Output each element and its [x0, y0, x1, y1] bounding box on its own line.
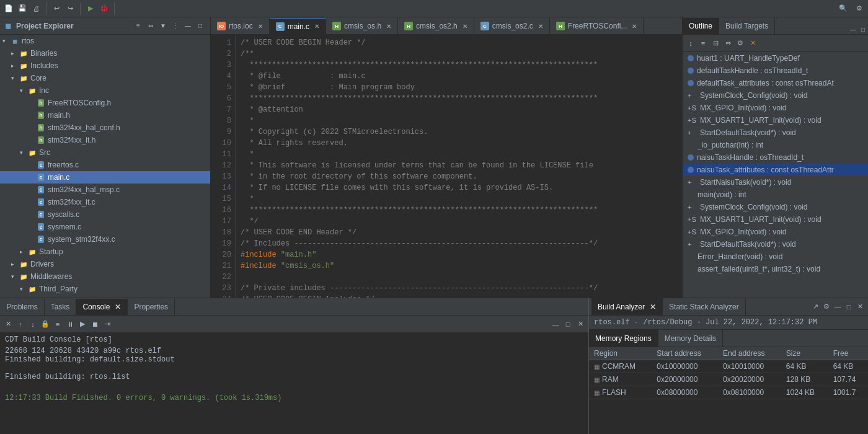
tree-item-stm32f4xx_it-c[interactable]: cstm32f4xx_it.c	[0, 196, 210, 208]
outline-item[interactable]: +SystemClock_Config(void) : void	[683, 89, 868, 102]
tree-item-main-h[interactable]: hmain.h	[0, 109, 210, 122]
outline-item[interactable]: huart1 : UART_HandleTypeDef	[683, 52, 868, 64]
tree-item-stm32f4xx_hal_conf[interactable]: hstm32f4xx_hal_conf.h	[0, 122, 210, 134]
outline-settings-btn[interactable]: ⚙	[735, 38, 746, 49]
console-minimize-btn[interactable]: —	[550, 319, 561, 330]
outline-item[interactable]: +StartDefaultTask(void*) : void	[683, 238, 868, 250]
console-tab-console[interactable]: Console✕	[76, 299, 128, 315]
console-tab-close[interactable]: ✕	[115, 303, 121, 311]
tree-item-freertosconfig[interactable]: hFreeRTOSConfig.h	[0, 97, 210, 109]
maximize-explorer-btn[interactable]: □	[195, 21, 205, 31]
editor-tab-cmsis_os2-c[interactable]: Ccmsis_os2.c✕	[474, 18, 550, 34]
editor-tab-rtos-ioc[interactable]: IOrtos.ioc✕	[211, 18, 270, 34]
outline-item[interactable]: defaultTask_attributes : const osThreadA…	[683, 77, 868, 89]
editor-tab-cmsis_os-h[interactable]: Hcmsis_os.h✕	[326, 18, 398, 34]
console-play-btn[interactable]: ▶	[77, 319, 88, 330]
tree-item-middlewares[interactable]: ▾📁Middlewares	[0, 270, 210, 283]
tree-item-binaries[interactable]: ▸📁Binaries	[0, 47, 210, 60]
tree-item-rtos[interactable]: ▾◼rtos	[0, 35, 210, 47]
tab-build-targets[interactable]: Build Targets	[719, 18, 775, 34]
tree-item-system_stm32f4xx[interactable]: csystem_stm32f4xx.c	[0, 233, 210, 246]
link-with-editor-btn[interactable]: ⇔	[146, 21, 156, 31]
console-down-btn[interactable]: ↓	[27, 319, 38, 330]
tree-item-freertos-c[interactable]: cfreertos.c	[0, 159, 210, 171]
build-settings-btn[interactable]: ⚙	[821, 301, 832, 312]
outline-item[interactable]: defaultTaskHandle : osThreadId_t	[683, 64, 868, 77]
tab-close-main-c[interactable]: ✕	[314, 23, 319, 30]
console-pause-btn[interactable]: ⏸	[64, 319, 76, 330]
tree-item-syscalls[interactable]: csyscalls.c	[0, 208, 210, 221]
outline-item[interactable]: +SMX_USART1_UART_Init(void) : void	[683, 213, 868, 226]
build-tab-static-stack-analyzer[interactable]: Static Stack Analyzer	[663, 298, 746, 315]
print-button[interactable]: 🖨	[30, 2, 42, 15]
editor-tab-freertosconf[interactable]: HFreeRTOSConfi...✕	[550, 18, 644, 34]
tab-outline[interactable]: Outline	[683, 18, 719, 34]
memory-tab-memory-regions[interactable]: Memory Regions	[589, 330, 658, 347]
search-button[interactable]: 🔍	[837, 2, 849, 15]
outline-link-btn[interactable]: ⇔	[722, 38, 733, 49]
outline-item[interactable]: +SystemClock_Config(void) : void	[683, 201, 868, 213]
console-tab-properties[interactable]: Properties	[128, 299, 175, 315]
tree-item-startup[interactable]: ▸📁Startup	[0, 246, 210, 258]
outline-item[interactable]: +SMX_GPIO_Init(void) : void	[683, 226, 868, 238]
outline-filter-btn[interactable]: ≡	[698, 38, 709, 49]
console-tab-tasks[interactable]: Tasks	[45, 299, 77, 315]
outline-minimize-btn[interactable]: —	[848, 24, 858, 34]
build-close-btn[interactable]: ✕	[854, 301, 866, 312]
outline-maximize-btn[interactable]: □	[858, 24, 868, 34]
outline-item[interactable]: naisuTaskHandle : osThreadId_t	[683, 151, 868, 164]
outline-collapse-btn[interactable]: ⊟	[710, 38, 721, 49]
filter-btn[interactable]: ▼	[158, 21, 168, 31]
code-editor[interactable]: 1234567891011121314151617181920212223242…	[211, 35, 682, 298]
build-open-btn[interactable]: ↗	[810, 301, 821, 312]
build-maximize-btn[interactable]: □	[843, 301, 854, 312]
outline-item[interactable]: assert_failed(uint8_t*, uint32_t) : void	[683, 263, 868, 275]
console-clear-btn[interactable]: ✕	[2, 319, 14, 330]
outline-item[interactable]: +StartNaisuTask(void*) : void	[683, 176, 868, 188]
console-maximize-btn[interactable]: □	[562, 319, 574, 330]
editor-tab-main-c[interactable]: Cmain.c✕	[270, 18, 326, 34]
console-lock-btn[interactable]: 🔒	[40, 319, 51, 330]
tree-item-sysmem[interactable]: csysmem.c	[0, 221, 210, 233]
tree-item-core[interactable]: ▾📁Core	[0, 72, 210, 84]
save-button[interactable]: 💾	[16, 2, 29, 15]
tree-item-stm32f4xx_it-h[interactable]: hstm32f4xx_it.h	[0, 134, 210, 146]
console-close-btn[interactable]: ✕	[575, 319, 586, 330]
editor-tab-cmsis_os2-h[interactable]: Hcmsis_os2.h✕	[398, 18, 474, 34]
tree-item-inc[interactable]: ▾📁Inc	[0, 84, 210, 97]
undo-button[interactable]: ↩	[50, 2, 63, 15]
memory-tab-memory-details[interactable]: Memory Details	[658, 330, 723, 347]
tree-item-third_party[interactable]: ▾📁Third_Party	[0, 283, 210, 295]
tab-close-freertosconf[interactable]: ✕	[632, 23, 637, 30]
tree-item-includes[interactable]: ▸📁Includes	[0, 60, 210, 72]
minimize-explorer-btn[interactable]: —	[183, 21, 193, 31]
console-copy-btn[interactable]: ↑	[15, 319, 26, 330]
debug-button[interactable]: 🐞	[98, 2, 110, 15]
outline-item[interactable]: naisuTask_attributes : const osThreadAtt…	[683, 164, 868, 176]
outline-item[interactable]: Error_Handler(void) : void	[683, 250, 868, 263]
console-tab-problems[interactable]: Problems	[0, 299, 45, 315]
build-minimize-btn[interactable]: —	[832, 301, 843, 312]
console-stop-btn[interactable]: ⏹	[89, 319, 100, 330]
settings-button[interactable]: ⚙	[853, 2, 866, 15]
build-tab-build-analyzer[interactable]: Build Analyzer✕	[591, 298, 663, 315]
code-content[interactable]: /* USER CODE BEGIN Header *//** ********…	[236, 35, 682, 298]
outline-item[interactable]: +SMX_USART1_UART_Init(void) : void	[683, 114, 868, 126]
tree-item-main-c[interactable]: cmain.c	[0, 171, 210, 184]
console-export-btn[interactable]: ⇥	[102, 319, 113, 330]
outline-item[interactable]: main(void) : int	[683, 188, 868, 201]
console-filter2-btn[interactable]: ≡	[52, 319, 63, 330]
tree-item-stm32f4xx_hal_msp[interactable]: cstm32f4xx_hal_msp.c	[0, 184, 210, 196]
tab-close-cmsis_os2-h[interactable]: ✕	[463, 23, 467, 30]
outline-item[interactable]: _io_putchar(int) : int	[683, 139, 868, 151]
tab-close-cmsis_os2-c[interactable]: ✕	[538, 23, 543, 30]
tree-item-drivers[interactable]: ▸📁Drivers	[0, 258, 210, 270]
build-button[interactable]: ▶	[84, 2, 97, 15]
tree-item-src[interactable]: ▾📁Src	[0, 146, 210, 159]
view-menu-btn[interactable]: ⋮	[170, 21, 180, 31]
tab-close-cmsis_os-h[interactable]: ✕	[386, 23, 391, 30]
outline-close-btn[interactable]: ✕	[747, 38, 758, 49]
new-button[interactable]: 📄	[2, 2, 15, 15]
tab-close-rtos-ioc[interactable]: ✕	[258, 23, 263, 30]
collapse-all-btn[interactable]: ≡	[133, 21, 143, 31]
